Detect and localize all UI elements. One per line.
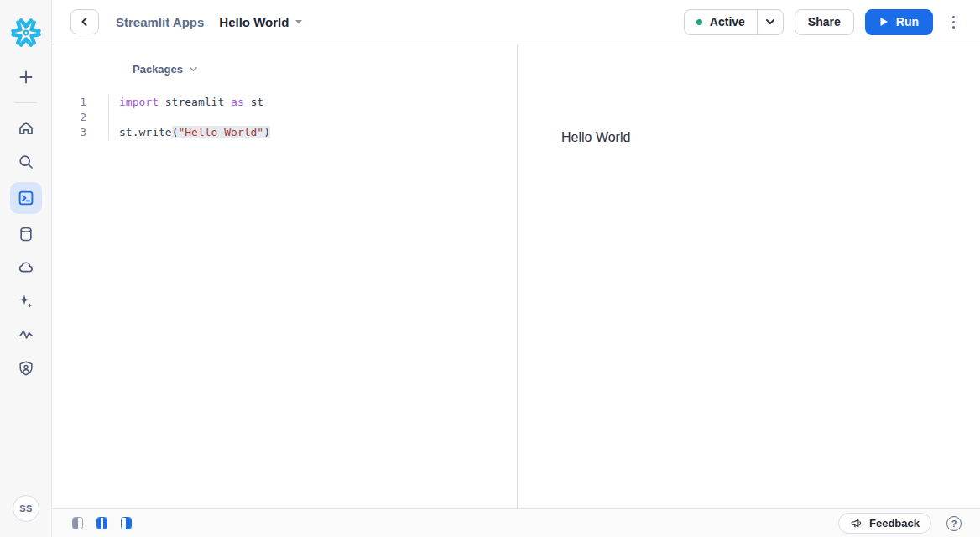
code-line[interactable]: st.write("Hello World") [119, 125, 517, 140]
packages-dropdown[interactable]: Packages [52, 44, 517, 76]
ai-sparkle-icon [18, 293, 34, 310]
sidebar-item-projects[interactable] [10, 182, 42, 214]
chevron-left-icon [80, 17, 90, 27]
sidebar-item-data[interactable] [10, 221, 42, 248]
chevron-down-icon [765, 17, 775, 27]
breadcrumb[interactable]: Streamlit Apps [116, 15, 204, 29]
sidebar-item-cloud[interactable] [10, 254, 42, 281]
layout-editor-only-button[interactable] [72, 517, 83, 529]
more-options-button[interactable] [946, 11, 962, 34]
sidebar-item-admin[interactable] [10, 355, 42, 382]
footer-right: Feedback ? [838, 513, 962, 534]
content: Packages 123 import streamlit as st st.w… [52, 44, 980, 508]
sidebar-item-home[interactable] [10, 115, 42, 142]
line-number: 3 [52, 125, 86, 140]
app-window: SS Streamlit Apps Hello World Active [0, 0, 980, 537]
code-line[interactable] [119, 110, 517, 125]
status-dropdown-button[interactable] [757, 10, 783, 34]
main-column: Streamlit Apps Hello World Active [52, 0, 980, 537]
footer-bar: Feedback ? [52, 508, 980, 537]
preview-output-text: Hello World [518, 44, 980, 145]
line-number: 1 [52, 95, 86, 110]
status-label: Active [710, 15, 745, 29]
megaphone-icon [850, 518, 863, 529]
sidebar-item-search[interactable] [10, 149, 42, 175]
sidebar-nav [10, 64, 42, 382]
help-icon[interactable]: ? [946, 516, 962, 531]
layout-preview-only-button[interactable] [121, 517, 132, 529]
play-icon [879, 17, 889, 27]
user-avatar[interactable]: SS [13, 495, 39, 522]
code-line[interactable]: import streamlit as st [119, 95, 517, 110]
feedback-label: Feedback [869, 517, 920, 529]
title-caret-icon[interactable] [295, 18, 303, 25]
run-button-label: Run [896, 15, 919, 29]
status-split-button: Active [684, 9, 784, 35]
layout-toggles [72, 517, 132, 529]
new-item-button[interactable] [10, 64, 42, 91]
line-number: 2 [52, 110, 86, 125]
plus-icon [18, 69, 34, 86]
run-button[interactable]: Run [865, 9, 933, 35]
sidebar-item-ai[interactable] [10, 288, 42, 315]
search-icon [18, 154, 34, 170]
activity-icon [18, 326, 34, 343]
sidebar: SS [0, 0, 52, 537]
page-title: Hello World [219, 15, 289, 29]
packages-label: Packages [133, 63, 183, 76]
snowflake-logo-icon[interactable] [10, 17, 42, 49]
code-editor[interactable]: 123 import streamlit as st st.write("Hel… [52, 95, 517, 140]
layout-split-view-button[interactable] [96, 517, 107, 529]
code-editor-panel: Packages 123 import streamlit as st st.w… [52, 44, 517, 508]
sidebar-item-activity[interactable] [10, 321, 42, 348]
header-actions: Active Share Run [684, 9, 962, 35]
cloud-icon [18, 259, 34, 276]
chevron-down-icon [189, 65, 198, 74]
header: Streamlit Apps Hello World Active [52, 0, 980, 44]
app-preview-panel: Hello World [518, 44, 980, 508]
back-button[interactable] [70, 9, 99, 34]
status-button[interactable]: Active [685, 10, 757, 34]
data-database-icon [18, 226, 34, 242]
feedback-button[interactable]: Feedback [838, 513, 931, 534]
status-dot-icon [696, 19, 702, 25]
projects-terminal-icon [18, 190, 34, 206]
home-icon [18, 120, 34, 137]
code-lines[interactable]: import streamlit as st st.write("Hello W… [109, 95, 517, 140]
code-gutter: 123 [52, 95, 109, 140]
sidebar-divider [15, 102, 37, 103]
share-button[interactable]: Share [795, 9, 854, 35]
admin-shield-icon [18, 360, 34, 377]
